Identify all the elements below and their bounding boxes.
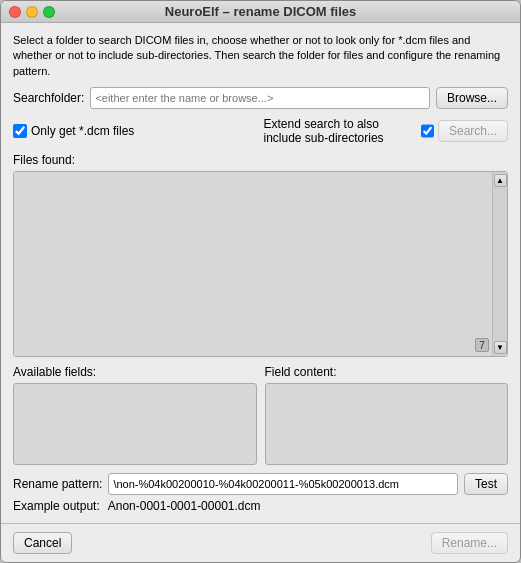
rename-pattern-row: Rename pattern: Test [13, 473, 508, 495]
rename-button[interactable]: Rename... [431, 532, 508, 554]
rename-pattern-input[interactable] [108, 473, 458, 495]
extend-option: Extend search to also include sub-direct… [264, 117, 509, 145]
test-button[interactable]: Test [464, 473, 508, 495]
maximize-button[interactable] [43, 6, 55, 18]
example-output-value: Anon-0001-0001-00001.dcm [106, 499, 261, 513]
scrollbar-down[interactable]: ▼ [494, 341, 507, 354]
bottom-bar: Cancel Rename... [1, 523, 520, 562]
traffic-lights [9, 6, 55, 18]
page-indicator: 7 [475, 338, 489, 352]
cancel-button[interactable]: Cancel [13, 532, 72, 554]
files-section: Files found: ▲ ▼ 7 [13, 153, 508, 357]
close-button[interactable] [9, 6, 21, 18]
available-fields-list[interactable] [13, 383, 257, 465]
rename-pattern-label: Rename pattern: [13, 477, 102, 491]
main-content: Select a folder to search DICOM files in… [1, 23, 520, 523]
searchfolder-label: Searchfolder: [13, 91, 84, 105]
example-output-row: Example output: Anon-0001-0001-00001.dcm [13, 499, 508, 513]
window-title: NeuroElf – rename DICOM files [165, 4, 356, 19]
fields-section: Available fields: Field content: [13, 365, 508, 465]
options-row: Only get *.dcm files Extend search to al… [13, 117, 508, 145]
files-list[interactable] [14, 172, 492, 356]
extend-checkbox[interactable] [421, 124, 434, 138]
example-output-label: Example output: [13, 499, 100, 513]
available-fields-col: Available fields: [13, 365, 257, 465]
files-label: Files found: [13, 153, 508, 167]
scrollbar-up[interactable]: ▲ [494, 174, 507, 187]
dcm-option: Only get *.dcm files [13, 124, 258, 138]
field-content-col: Field content: [265, 365, 509, 465]
search-button[interactable]: Search... [438, 120, 508, 142]
dcm-checkbox[interactable] [13, 124, 27, 138]
rename-section: Rename pattern: Test Example output: Ano… [13, 473, 508, 513]
searchfolder-row: Searchfolder: Browse... [13, 87, 508, 109]
dcm-label: Only get *.dcm files [31, 124, 134, 138]
extend-label: Extend search to also include sub-direct… [264, 117, 417, 145]
main-window: NeuroElf – rename DICOM files Select a f… [0, 0, 521, 563]
field-content-label: Field content: [265, 365, 509, 379]
searchfolder-input[interactable] [90, 87, 430, 109]
available-fields-label: Available fields: [13, 365, 257, 379]
browse-button[interactable]: Browse... [436, 87, 508, 109]
description-text: Select a folder to search DICOM files in… [13, 33, 508, 79]
title-bar: NeuroElf – rename DICOM files [1, 1, 520, 23]
field-content-list[interactable] [265, 383, 509, 465]
scrollbar-track: ▲ ▼ [492, 172, 507, 356]
minimize-button[interactable] [26, 6, 38, 18]
files-list-container: ▲ ▼ 7 [13, 171, 508, 357]
